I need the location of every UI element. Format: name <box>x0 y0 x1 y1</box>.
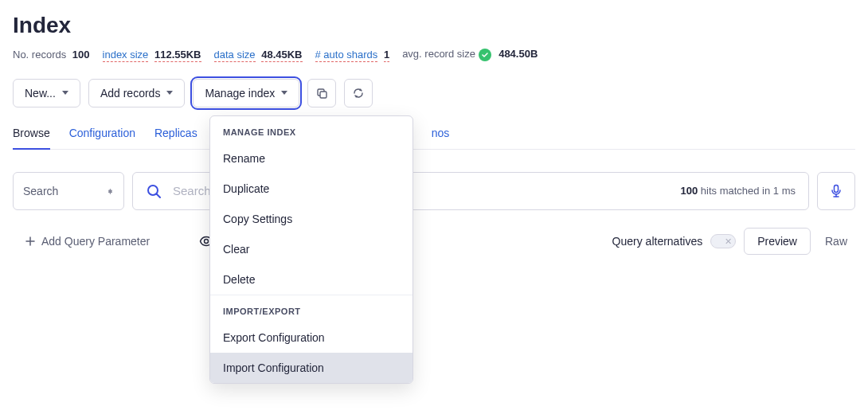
stat-index-size[interactable]: index size 112.55KB <box>103 49 201 61</box>
refresh-button[interactable] <box>344 79 373 107</box>
microphone-icon <box>829 184 843 198</box>
page-title: Index <box>13 13 855 38</box>
svg-rect-1 <box>320 92 326 98</box>
dropdown-item-rename[interactable]: Rename <box>210 143 412 174</box>
dropdown-item-export-config[interactable]: Export Configuration <box>210 322 412 353</box>
stat-value: 100 <box>72 49 90 61</box>
voice-search-button[interactable] <box>817 172 855 210</box>
stat-label: No. records <box>13 49 66 61</box>
stat-value: 1 <box>384 49 389 62</box>
stat-auto-shards[interactable]: # auto shards 1 <box>315 49 390 61</box>
tab-demos[interactable]: nos <box>432 127 450 149</box>
svg-line-3 <box>157 193 161 197</box>
dropdown-item-clear[interactable]: Clear <box>210 234 412 264</box>
stat-label: # auto shards <box>315 49 378 62</box>
add-query-parameter[interactable]: Add Query Parameter <box>14 235 150 248</box>
refresh-icon <box>352 87 365 100</box>
button-label: Add records <box>100 87 160 100</box>
new-button[interactable]: New... <box>13 79 80 107</box>
copy-button[interactable] <box>307 79 336 107</box>
tab-browse[interactable]: Browse <box>13 127 50 149</box>
tab-replicas[interactable]: Replicas <box>154 127 197 149</box>
tabs: Browse Configuration Replicas nos <box>13 127 855 150</box>
dropdown-item-copy-settings[interactable]: Copy Settings <box>210 204 412 234</box>
chevron-down-icon <box>281 91 287 95</box>
check-icon <box>479 49 491 61</box>
search-mode-select[interactable]: Search ▲ ▼ <box>13 172 124 210</box>
hits-suffix: hits matched in 1 ms <box>698 185 796 197</box>
query-right: Query alternatives ✕ Preview Raw <box>612 228 854 255</box>
stat-value: 484.50B <box>499 48 538 60</box>
dropdown-item-duplicate[interactable]: Duplicate <box>210 174 412 204</box>
preview-button[interactable]: Preview <box>744 228 811 255</box>
manage-index-dropdown: MANAGE INDEX Rename Duplicate Copy Setti… <box>209 115 413 384</box>
tab-configuration[interactable]: Configuration <box>69 127 135 149</box>
search-icon <box>146 183 162 199</box>
toolbar: New... Add records Manage index <box>13 79 855 107</box>
toggle-off-icon: ✕ <box>725 236 732 247</box>
chevron-down-icon <box>166 91 173 95</box>
hits-count: 100 <box>680 185 698 197</box>
dropdown-header-import-export: IMPORT/EXPORT <box>210 295 412 322</box>
dropdown-item-import-config[interactable]: Import Configuration <box>210 353 412 383</box>
add-records-button[interactable]: Add records <box>88 79 185 107</box>
stats-row: No. records 100 index size 112.55KB data… <box>13 48 855 61</box>
stat-value: 48.45KB <box>261 49 302 62</box>
stat-label: data size <box>214 49 256 62</box>
search-row: Search ▲ ▼ 100 hits matched in 1 ms <box>13 172 855 210</box>
stat-no-records: No. records 100 <box>13 49 90 61</box>
add-query-label: Add Query Parameter <box>41 235 150 248</box>
stat-data-size[interactable]: data size 48.45KB <box>214 49 303 61</box>
dropdown-item-delete[interactable]: Delete <box>210 264 412 295</box>
query-alternatives-toggle[interactable]: ✕ <box>710 234 736 248</box>
chevron-down-icon <box>62 91 68 95</box>
stat-label: index size <box>103 49 149 62</box>
query-alternatives-label: Query alternatives <box>612 235 703 248</box>
dropdown-header-manage: MANAGE INDEX <box>210 116 412 143</box>
query-left: Add Query Parameter <box>14 234 213 248</box>
button-label: New... <box>25 87 56 100</box>
plus-icon <box>25 236 35 246</box>
stepper-icon: ▲ ▼ <box>107 186 114 196</box>
manage-index-button[interactable]: Manage index <box>193 79 299 107</box>
svg-point-9 <box>205 239 209 243</box>
stat-value: 112.55KB <box>154 49 201 62</box>
svg-rect-4 <box>835 185 839 192</box>
query-row: Add Query Parameter Query alternatives ✕… <box>13 228 855 255</box>
copy-icon <box>315 87 328 100</box>
raw-button[interactable]: Raw <box>819 235 854 248</box>
stat-label: avg. record size <box>402 48 475 60</box>
stat-avg-record: avg. record size 484.50B <box>402 48 538 61</box>
button-label: Manage index <box>205 87 275 100</box>
hits-text: 100 hits matched in 1 ms <box>680 185 796 197</box>
search-mode-label: Search <box>23 185 58 197</box>
